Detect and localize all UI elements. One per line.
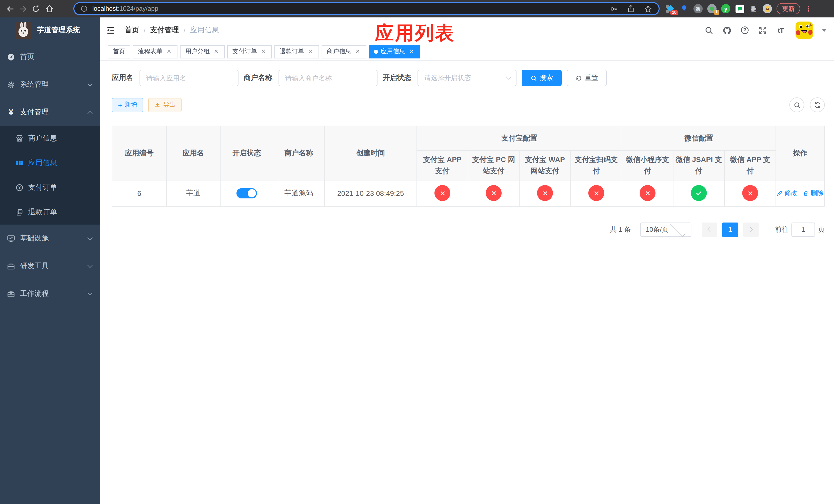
app-title: 芋道管理系统: [37, 26, 80, 35]
filter-form: 应用名 商户名称 开启状态 请选择开启状态: [112, 70, 825, 86]
export-button[interactable]: 导出: [148, 98, 181, 112]
column-header: 商户名称: [273, 126, 324, 180]
merchant-name-input[interactable]: [279, 70, 377, 86]
monitor-icon: [7, 234, 15, 243]
grid-icon: [15, 159, 24, 167]
chevron-down-icon: [87, 235, 93, 240]
key-icon[interactable]: [609, 4, 618, 13]
status-wechat-mini: [640, 185, 656, 201]
tab-merchant-info[interactable]: 商户信息✕: [322, 45, 366, 58]
sidebar-item-app-info[interactable]: 应用信息: [0, 151, 100, 175]
sidebar: 芋道管理系统 首页 系统管理 ¥ 支付管理: [0, 18, 100, 504]
balloon-extension-icon[interactable]: [680, 4, 689, 13]
profile-extension-icon[interactable]: 1: [707, 4, 717, 13]
fullscreen-icon[interactable]: [758, 25, 768, 36]
extension-badge: 10: [671, 10, 678, 15]
column-header: 应用编号: [112, 126, 167, 180]
search-button[interactable]: 搜索: [522, 70, 562, 86]
emoji-extension-icon[interactable]: [763, 4, 772, 13]
pagination-total: 共 1 条: [610, 225, 631, 234]
page-annotation: 应用列表: [375, 21, 455, 46]
app-name-input[interactable]: [139, 70, 239, 86]
gear-icon: [7, 80, 15, 89]
toggle-search-button[interactable]: [789, 97, 804, 112]
status-wechat-app: [742, 185, 758, 201]
status-select[interactable]: 请选择开启状态: [418, 70, 517, 86]
pagination: 共 1 条 10条/页 1 前往 页: [112, 223, 825, 237]
bookmark-star-icon[interactable]: [644, 4, 653, 13]
tab-user-group[interactable]: 用户分组✕: [180, 45, 225, 58]
sidebar-item-payment[interactable]: ¥ 支付管理: [0, 98, 100, 126]
tab-process-form[interactable]: 流程表单✕: [133, 45, 177, 58]
column-header: 微信小程序支付: [622, 151, 673, 180]
user-avatar[interactable]: [795, 22, 813, 39]
app-logo-row[interactable]: 芋道管理系统: [0, 18, 100, 43]
github-icon[interactable]: [722, 25, 732, 36]
y-extension-icon[interactable]: y: [721, 4, 730, 13]
reset-button[interactable]: 重置: [567, 70, 607, 86]
reload-icon[interactable]: [30, 3, 42, 15]
hamburger-icon[interactable]: [105, 25, 116, 36]
home-icon[interactable]: [43, 3, 56, 15]
column-header: 微信 JSAPI 支付: [673, 151, 724, 180]
add-button[interactable]: + 新增: [112, 98, 143, 112]
info-icon[interactable]: [81, 5, 88, 12]
breadcrumb-payment[interactable]: 支付管理: [150, 26, 179, 35]
close-icon[interactable]: ✕: [354, 48, 361, 55]
font-size-icon[interactable]: tT: [775, 25, 786, 36]
diamond-extension-icon[interactable]: 10: [666, 4, 675, 13]
enabled-toggle[interactable]: [237, 188, 257, 199]
column-header: 支付宝 PC 网站支付: [468, 151, 519, 180]
command-extension-icon[interactable]: ⌘: [694, 4, 703, 13]
sidebar-item-infrastructure[interactable]: 基础设施: [0, 225, 100, 252]
chat-extension-icon[interactable]: [735, 4, 744, 13]
chevron-down-icon: [87, 291, 93, 296]
svg-text:¥: ¥: [18, 186, 21, 190]
browser-update-button[interactable]: 更新: [776, 3, 800, 14]
close-icon[interactable]: ✕: [213, 48, 220, 55]
close-icon[interactable]: ✕: [408, 48, 415, 55]
sidebar-item-refund-orders[interactable]: 退款订单: [0, 200, 100, 225]
forward-icon[interactable]: [16, 3, 29, 15]
edit-button[interactable]: 修改: [776, 189, 797, 198]
column-header: 创建时间: [324, 126, 417, 180]
chevron-down-icon: [670, 221, 685, 237]
back-icon[interactable]: [4, 3, 16, 15]
close-icon[interactable]: ✕: [260, 48, 267, 55]
puzzle-icon[interactable]: [749, 4, 758, 13]
kebab-menu-icon[interactable]: ⋮: [805, 5, 809, 13]
close-icon[interactable]: ✕: [166, 48, 172, 55]
tab-pay-orders[interactable]: 支付订单✕: [227, 45, 272, 58]
rabbit-logo: [15, 22, 32, 39]
table-row: 6 芋道 芋道源码 2021-10-23 08:49:25: [112, 180, 825, 206]
sidebar-item-system[interactable]: 系统管理: [0, 71, 100, 98]
next-page-button[interactable]: [743, 223, 759, 237]
column-header: 支付宝扫码支付: [571, 151, 622, 180]
app-name-label: 应用名: [112, 73, 139, 83]
sidebar-item-workflow[interactable]: 工作流程: [0, 280, 100, 307]
delete-button[interactable]: 删除: [803, 189, 824, 198]
breadcrumb-home[interactable]: 首页: [125, 26, 139, 35]
sidebar-item-pay-orders[interactable]: ¥ 支付订单: [0, 175, 100, 200]
sidebar-item-merchant-info[interactable]: 商户信息: [0, 126, 100, 151]
navbar: 首页 / 支付管理 / 应用信息: [100, 18, 834, 43]
close-icon[interactable]: ✕: [307, 48, 314, 55]
prev-page-button[interactable]: [702, 223, 717, 237]
sidebar-item-dev-tools[interactable]: 研发工具: [0, 252, 100, 280]
chevron-down-icon: [87, 81, 93, 86]
sidebar-item-home[interactable]: 首页: [0, 43, 100, 71]
search-icon[interactable]: [704, 25, 714, 36]
share-icon[interactable]: [627, 5, 635, 13]
tab-refund-orders[interactable]: 退款订单✕: [275, 45, 319, 58]
page-size-select[interactable]: 10条/页: [640, 223, 692, 237]
tab-app-info[interactable]: 应用信息✕: [369, 45, 420, 58]
address-bar[interactable]: localhost:1024/pay/app: [73, 2, 660, 15]
column-header: 开启状态: [220, 126, 273, 180]
caret-down-icon[interactable]: [822, 29, 827, 32]
cell-merchant: 芋道源码: [273, 180, 324, 206]
goto-page-input[interactable]: [791, 223, 815, 237]
refresh-button[interactable]: [810, 97, 825, 112]
help-icon[interactable]: [740, 25, 750, 36]
page-number-button[interactable]: 1: [722, 223, 738, 237]
tab-home[interactable]: 首页: [108, 45, 130, 58]
